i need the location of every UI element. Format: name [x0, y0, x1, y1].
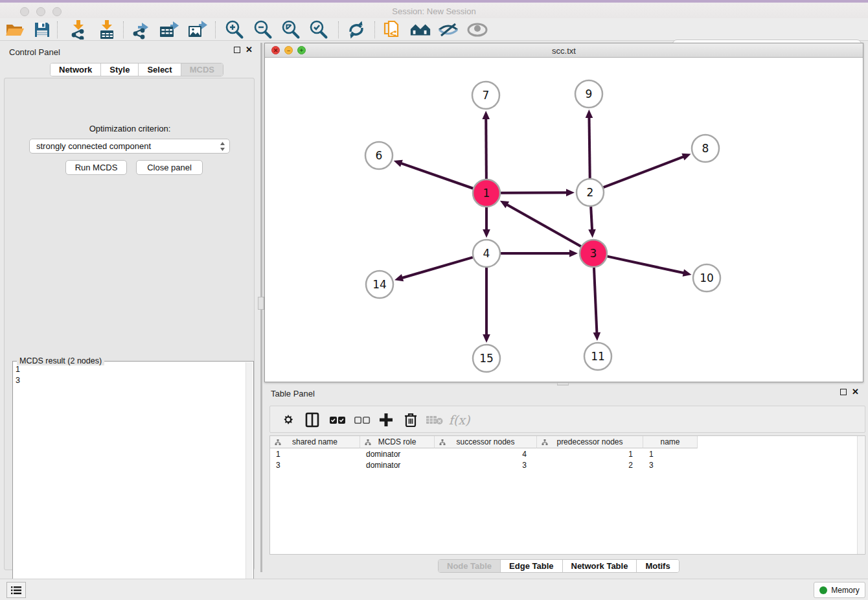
tab-select[interactable]: Select [139, 63, 181, 76]
cell-predecessor-nodes[interactable]: 2 [537, 459, 643, 470]
control-panel: Control Panel ✕ Network Style Select MCD… [0, 43, 259, 573]
cell-MCDS-role[interactable]: dominator [360, 459, 435, 470]
cell-predecessor-nodes[interactable]: 1 [537, 448, 643, 459]
edge-arrowhead-3-11 [593, 332, 601, 341]
close-table-panel-icon[interactable]: ✕ [852, 389, 859, 395]
column-visibility-icon[interactable] [302, 410, 323, 430]
zoom-fit-icon[interactable] [280, 20, 302, 40]
status-bar: Memory [0, 579, 868, 600]
table-toolbar: f(x) [269, 406, 865, 433]
cell-successor-nodes[interactable]: 3 [435, 459, 537, 470]
optimization-criterion-value: strongly connected component [36, 141, 151, 151]
table-row[interactable]: 1dominator411 [270, 448, 698, 459]
toolbar-separator [338, 21, 339, 38]
edge-arrowhead-1-6 [394, 160, 403, 167]
edge-arrowhead-2-8 [681, 154, 691, 161]
edge-2-8[interactable] [604, 156, 685, 187]
mcds-result-title: MCDS result (2 nodes) [17, 356, 104, 365]
copy-network-icon[interactable] [381, 20, 403, 40]
cell-shared-name[interactable]: 1 [270, 448, 360, 459]
zoom-selected-icon[interactable] [308, 20, 330, 40]
edge-arrowhead-1-2 [566, 189, 575, 196]
edge-2-3[interactable] [591, 207, 592, 231]
hide-selected-icon[interactable] [437, 20, 459, 40]
tab-edge-table[interactable]: Edge Table [501, 560, 562, 572]
memory-button[interactable]: Memory [814, 582, 865, 598]
export-table-icon[interactable] [158, 20, 180, 40]
graph-node-label-1: 1 [483, 187, 490, 200]
graph-node-label-6: 6 [376, 149, 383, 162]
refresh-layout-icon[interactable] [345, 20, 367, 40]
import-table-icon[interactable] [96, 20, 118, 40]
export-image-icon[interactable] [187, 20, 209, 40]
sort-tree-icon [275, 439, 281, 445]
tab-network[interactable]: Network [51, 63, 101, 76]
tab-network-table[interactable]: Network Table [563, 560, 637, 572]
delete-column-icon[interactable] [400, 410, 421, 430]
edge-3-1[interactable] [506, 204, 580, 246]
table-settings-icon[interactable] [278, 410, 299, 430]
column-header-shared-name[interactable]: shared name [270, 436, 360, 448]
column-header-MCDS-role[interactable]: MCDS role [360, 436, 435, 448]
graph-node-label-9: 9 [586, 87, 593, 100]
cell-successor-nodes[interactable]: 4 [435, 448, 537, 459]
cell-name[interactable]: 1 [643, 448, 698, 459]
delete-table-icon[interactable] [424, 410, 445, 430]
float-table-panel-icon[interactable] [840, 389, 847, 395]
tab-mcds[interactable]: MCDS [181, 63, 223, 76]
cell-name[interactable]: 3 [643, 459, 698, 470]
graph-node-label-11: 11 [591, 350, 605, 363]
tab-motifs[interactable]: Motifs [637, 560, 678, 572]
tab-style[interactable]: Style [101, 63, 139, 76]
table-scrollbar[interactable] [857, 436, 864, 554]
function-builder-icon[interactable]: f(x) [449, 410, 470, 430]
deselect-all-rows-icon[interactable] [352, 410, 372, 430]
import-network-icon[interactable] [67, 20, 89, 40]
edge-3-10[interactable] [607, 257, 684, 273]
sort-tree-icon [365, 439, 371, 445]
mcds-result-scrollbar[interactable] [246, 362, 253, 600]
close-panel-button[interactable]: Close panel [136, 160, 203, 175]
toolbar-separator [123, 21, 124, 38]
add-column-icon[interactable] [376, 410, 396, 430]
open-session-icon[interactable] [4, 20, 26, 40]
vertical-splitter-grip[interactable] [258, 297, 264, 310]
graph-node-label-2: 2 [587, 186, 594, 199]
graph-node-label-7: 7 [483, 89, 490, 102]
edge-1-6[interactable] [400, 163, 473, 189]
task-history-button[interactable] [6, 582, 26, 598]
edge-arrowhead-1-7 [482, 111, 490, 119]
network-view-window: ✕ – + scc.txt 7968124314101511 [264, 43, 863, 382]
column-header-successor-nodes[interactable]: successor nodes [435, 436, 537, 448]
edge-1-2[interactable] [501, 192, 567, 193]
table-panel-tabs: Node Table Edge Table Network Table Moti… [438, 559, 680, 573]
cell-MCDS-role[interactable]: dominator [360, 448, 435, 459]
mcds-result-text[interactable]: 1 3 [16, 364, 20, 386]
edge-3-11[interactable] [594, 268, 597, 334]
zoom-in-icon[interactable] [223, 20, 246, 40]
zoom-out-icon[interactable] [252, 20, 274, 40]
cell-shared-name[interactable]: 3 [270, 459, 360, 470]
network-window-titlebar[interactable]: ✕ – + scc.txt [265, 43, 863, 58]
edge-4-14[interactable] [402, 257, 473, 278]
run-mcds-button[interactable]: Run MCDS [65, 160, 127, 175]
network-graph-canvas[interactable]: 7968124314101511 [265, 58, 863, 382]
edge-arrowhead-1-4 [483, 229, 490, 238]
export-network-icon[interactable] [130, 20, 152, 40]
save-session-icon[interactable] [31, 20, 53, 40]
graph-node-label-4: 4 [483, 247, 490, 260]
column-header-predecessor-nodes[interactable]: predecessor nodes [537, 436, 643, 448]
close-panel-icon[interactable]: ✕ [246, 47, 253, 53]
float-panel-icon[interactable] [234, 47, 240, 53]
tab-node-table[interactable]: Node Table [439, 560, 501, 572]
first-neighbors-icon[interactable] [409, 20, 431, 40]
table-row[interactable]: 3dominator323 [270, 459, 698, 470]
column-header-name[interactable]: name [643, 436, 698, 448]
show-all-icon[interactable] [466, 20, 488, 40]
horizontal-splitter-grip[interactable] [557, 382, 569, 386]
edge-arrowhead-2-3 [588, 229, 596, 238]
optimization-criterion-select[interactable]: strongly connected component [29, 139, 230, 154]
edge-1-7[interactable] [486, 118, 486, 179]
edge-2-9[interactable] [589, 117, 589, 178]
select-all-rows-icon[interactable] [327, 410, 348, 430]
